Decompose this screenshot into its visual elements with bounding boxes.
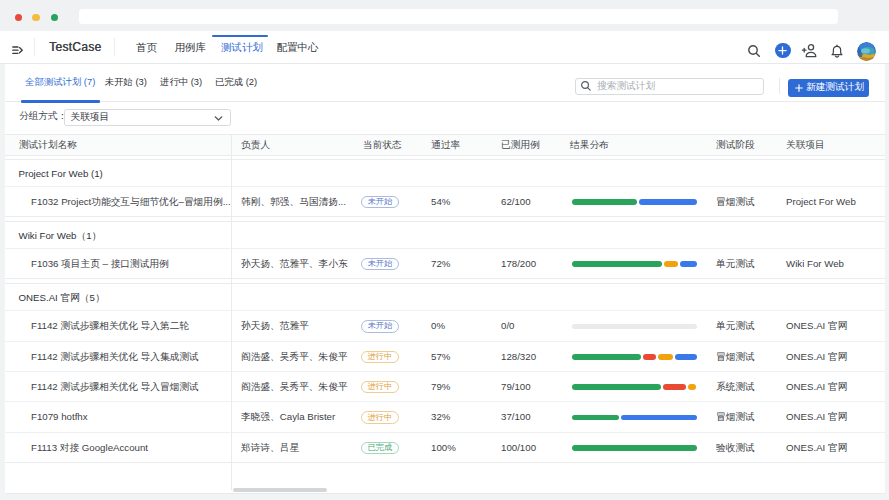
address-bar[interactable]: [79, 9, 838, 24]
group-header-row[interactable]: Wiki For Web（1）: [5, 222, 885, 248]
tested-cases: 62/100: [501, 187, 531, 217]
result-distribution-bar: [572, 402, 698, 432]
app-logo: TestCase: [49, 31, 101, 63]
pass-rate: 79%: [431, 372, 450, 402]
tab-all-test-plans[interactable]: 全部测试计划 (7): [21, 64, 100, 102]
group-name: ONES.AI 官网（5）: [19, 284, 105, 310]
search-icon: [579, 79, 593, 93]
invite-member-icon[interactable]: [801, 42, 817, 59]
status-badge: 进行中: [361, 351, 399, 364]
tab-completed[interactable]: 已完成 (2): [211, 64, 262, 102]
tab-label: 未开始 (3): [105, 76, 147, 89]
status-badge: 未开始: [361, 320, 399, 333]
group-block: Wiki For Web（1）F1036 项目主页 – 接口测试用例孙天扬、范雅…: [5, 221, 885, 280]
window-zoom-button[interactable]: [51, 14, 58, 21]
window-close-button[interactable]: [15, 14, 22, 21]
header-divider: [34, 38, 35, 56]
status-cell: 未开始: [361, 311, 399, 341]
search-icon[interactable]: [746, 43, 762, 59]
bar: [572, 324, 698, 330]
window-minimize-button[interactable]: [32, 14, 39, 21]
plan-name-link[interactable]: F1142 测试步骤相关优化 导入冒烟测试: [31, 372, 199, 402]
bar-segment-red: [643, 354, 657, 360]
nav-item-config-center[interactable]: 配置中心: [277, 31, 319, 63]
tested-cases: 128/320: [501, 342, 536, 372]
table-row[interactable]: F1142 测试步骤相关优化 导入冒烟测试阎浩盛、吴秀平、朱俊平进行中79%79…: [5, 371, 885, 401]
bar: [572, 384, 697, 390]
bar: [572, 261, 697, 267]
owners: 郑诗诗、吕星: [241, 433, 299, 463]
tab-label: 全部测试计划 (7): [25, 76, 95, 89]
chevron-down-icon: [214, 115, 223, 122]
group-by-dropdown[interactable]: 关联项目: [64, 109, 231, 126]
column-header-owner: 负责人: [241, 135, 270, 155]
status-badge: 进行中: [361, 381, 399, 394]
group-header-row[interactable]: ONES.AI 官网（5）: [5, 284, 885, 310]
tab-label: 已完成 (2): [215, 76, 257, 89]
group-header-row[interactable]: Project For Web (1): [5, 160, 885, 186]
bar-segment-orange: [658, 354, 673, 360]
bar-segment-blue: [621, 415, 697, 421]
plan-name-link[interactable]: F1142 测试步骤相关优化 导入集成测试: [31, 342, 199, 372]
status-cell: 进行中: [361, 372, 399, 402]
nav-item-case-library[interactable]: 用例库: [175, 31, 207, 63]
status-badge: 未开始: [361, 258, 399, 271]
notifications-bell-icon[interactable]: [831, 44, 843, 58]
plan-name-link[interactable]: F1142 测试步骤相关优化 导入第二轮: [31, 311, 189, 341]
status-cell: 未开始: [361, 187, 399, 217]
table-row[interactable]: F1142 测试步骤相关优化 导入集成测试阎浩盛、吴秀平、朱俊平进行中57%12…: [5, 341, 885, 371]
table-header: 测试计划名称负责人当前状态通过率已测用例结果分布测试阶段关联项目: [5, 134, 885, 156]
collapse-sidebar-icon[interactable]: [12, 46, 24, 55]
tested-cases: 0/0: [501, 311, 514, 341]
nav-item-test-plan[interactable]: 测试计划: [221, 31, 263, 63]
plan-name-link[interactable]: F1079 hotfhx: [31, 402, 88, 432]
test-phase: 验收测试: [716, 433, 755, 463]
owners: 孙天扬、范雅平: [241, 311, 309, 341]
tab-in-progress[interactable]: 进行中 (3): [156, 64, 207, 102]
create-icon[interactable]: [775, 43, 791, 59]
tested-cases: 79/100: [501, 372, 531, 402]
result-distribution-bar: [572, 372, 697, 402]
table-row[interactable]: F1036 项目主页 – 接口测试用例孙天扬、范雅平、李小东未开始72%178/…: [5, 248, 885, 278]
table-row[interactable]: F1032 Project功能交互与细节优化–冒烟用例...韩刚、郭强、马国清扬…: [5, 186, 885, 216]
status-badge: 已完成: [361, 442, 399, 455]
owners: 孙天扬、范雅平、李小东: [241, 249, 348, 279]
active-tab-underline: [21, 100, 100, 102]
plan-name-link[interactable]: F1036 项目主页 – 接口测试用例: [31, 249, 169, 279]
bar-segment-green: [572, 415, 620, 421]
table-row[interactable]: F1113 对接 GoogleAccount郑诗诗、吕星已完成100%100/1…: [5, 432, 885, 462]
column-header-plan-name: 测试计划名称: [19, 135, 77, 155]
pass-rate: 54%: [431, 187, 450, 217]
group-name: Wiki For Web（1）: [19, 222, 102, 248]
plan-name-link[interactable]: F1032 Project功能交互与细节优化–冒烟用例...: [31, 187, 231, 217]
test-phase: 冒烟测试: [716, 187, 755, 217]
bar-segment-green: [572, 384, 661, 390]
status-badge: 进行中: [361, 411, 399, 424]
nav-item-home[interactable]: 首页: [136, 31, 157, 63]
bar-segment-green: [572, 199, 637, 205]
column-header-related-project: 关联项目: [786, 135, 825, 155]
tab-not-started[interactable]: 未开始 (3): [100, 64, 151, 102]
test-phase: 系统测试: [716, 372, 755, 402]
status-cell: 进行中: [361, 342, 399, 372]
result-distribution-bar: [572, 342, 697, 372]
related-project: ONES.AI 官网: [786, 311, 847, 341]
group-block: ONES.AI 官网（5）F1142 测试步骤相关优化 导入第二轮孙天扬、范雅平…: [5, 283, 885, 464]
plan-name-link[interactable]: F1113 对接 GoogleAccount: [31, 433, 148, 463]
pass-rate: 0%: [431, 311, 445, 341]
avatar[interactable]: [857, 42, 876, 61]
bar-segment-blue: [675, 354, 697, 360]
owners: 韩刚、郭强、马国清扬...: [241, 187, 346, 217]
table-row[interactable]: F1142 测试步骤相关优化 导入第二轮孙天扬、范雅平未开始0%0/0单元测试O…: [5, 310, 885, 340]
related-project: ONES.AI 官网: [786, 433, 847, 463]
new-test-plan-label: 新建测试计划: [806, 81, 864, 94]
test-phase: 冒烟测试: [716, 342, 755, 372]
plus-icon: [795, 84, 803, 92]
bar-segment-blue: [639, 199, 697, 205]
table-row[interactable]: F1079 hotfhx李晓强、Cayla Brister进行中32%37/10…: [5, 401, 885, 431]
search-test-plan-input[interactable]: 搜索测试计划: [575, 78, 765, 95]
new-test-plan-button[interactable]: 新建测试计划: [788, 79, 869, 97]
bar: [572, 445, 698, 451]
bar-segment-grey: [572, 324, 698, 330]
horizontal-scrollbar[interactable]: [233, 488, 328, 492]
